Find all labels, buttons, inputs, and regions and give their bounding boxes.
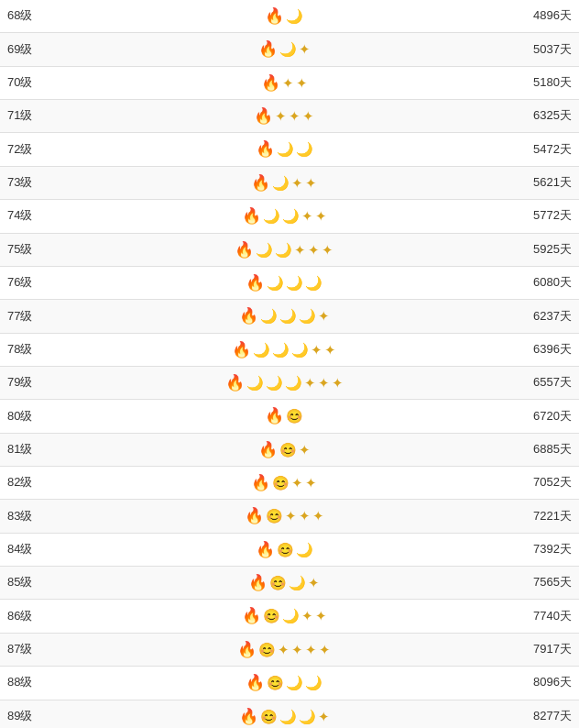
table-row: 69级🔥🌙✦5037天 — [0, 33, 579, 66]
icons-cell: 🔥😊🌙 — [73, 533, 497, 566]
icons-cell: 🔥😊 — [73, 400, 497, 433]
level-cell: 88级 — [0, 667, 73, 700]
table-row: 78级🔥🌙🌙🌙✦✦6396天 — [0, 333, 579, 366]
level-cell: 81级 — [0, 433, 73, 466]
table-row: 71级🔥✦✦✦6325天 — [0, 100, 579, 133]
level-cell: 70级 — [0, 66, 73, 99]
table-row: 72级🔥🌙🌙5472天 — [0, 133, 579, 166]
table-row: 84级🔥😊🌙7392天 — [0, 533, 579, 566]
table-row: 74级🔥🌙🌙✦✦5772天 — [0, 200, 579, 233]
level-cell: 79级 — [0, 366, 73, 399]
table-row: 83级🔥😊✦✦✦7221天 — [0, 500, 579, 533]
level-cell: 85级 — [0, 567, 73, 600]
icons-cell: 🔥🌙✦ — [73, 33, 497, 66]
icons-cell: 🔥😊✦ — [73, 433, 497, 466]
level-cell: 80级 — [0, 400, 73, 433]
table-row: 77级🔥🌙🌙🌙✦6237天 — [0, 300, 579, 333]
level-cell: 83级 — [0, 500, 73, 533]
table-row: 82级🔥😊✦✦7052天 — [0, 467, 579, 500]
icons-cell: 🔥🌙🌙🌙✦✦✦ — [73, 366, 497, 399]
days-cell: 6396天 — [497, 333, 579, 366]
table-row: 80级🔥😊6720天 — [0, 400, 579, 433]
icons-cell: 🔥🌙🌙🌙✦✦ — [73, 333, 497, 366]
level-cell: 87级 — [0, 633, 73, 666]
level-cell: 86级 — [0, 600, 73, 633]
icons-cell: 🔥🌙🌙🌙✦ — [73, 300, 497, 333]
level-cell: 71级 — [0, 100, 73, 133]
level-cell: 74级 — [0, 200, 73, 233]
days-cell: 7221天 — [497, 500, 579, 533]
table-row: 70级🔥✦✦5180天 — [0, 66, 579, 99]
days-cell: 5925天 — [497, 233, 579, 266]
table-row: 88级🔥😊🌙🌙8096天 — [0, 667, 579, 700]
days-cell: 7565天 — [497, 567, 579, 600]
days-cell: 6080天 — [497, 266, 579, 299]
table-row: 68级🔥🌙4896天 — [0, 0, 579, 33]
table-row: 87级🔥😊✦✦✦✦7917天 — [0, 633, 579, 666]
level-cell: 76级 — [0, 266, 73, 299]
days-cell: 5472天 — [497, 133, 579, 166]
level-cell: 75级 — [0, 233, 73, 266]
level-cell: 78级 — [0, 333, 73, 366]
icons-cell: 🔥🌙🌙✦✦✦ — [73, 233, 497, 266]
icons-cell: 🔥🌙🌙 — [73, 133, 497, 166]
days-cell: 6237天 — [497, 300, 579, 333]
days-cell: 6325天 — [497, 100, 579, 133]
days-cell: 6557天 — [497, 366, 579, 399]
days-cell: 6720天 — [497, 400, 579, 433]
days-cell: 7740天 — [497, 600, 579, 633]
table-row: 73级🔥🌙✦✦5621天 — [0, 166, 579, 199]
icons-cell: 🔥😊🌙🌙✦ — [73, 700, 497, 728]
days-cell: 7392天 — [497, 533, 579, 566]
icons-cell: 🔥🌙 — [73, 0, 497, 33]
level-table: 68级🔥🌙4896天69级🔥🌙✦5037天70级🔥✦✦5180天71级🔥✦✦✦6… — [0, 0, 579, 728]
level-cell: 69级 — [0, 33, 73, 66]
table-row: 79级🔥🌙🌙🌙✦✦✦6557天 — [0, 366, 579, 399]
days-cell: 7052天 — [497, 467, 579, 500]
level-cell: 89级 — [0, 700, 73, 728]
table-row: 76级🔥🌙🌙🌙6080天 — [0, 266, 579, 299]
days-cell: 4896天 — [497, 0, 579, 33]
icons-cell: 🔥😊✦✦✦ — [73, 500, 497, 533]
days-cell: 7917天 — [497, 633, 579, 666]
icons-cell: 🔥😊✦✦✦✦ — [73, 633, 497, 666]
icons-cell: 🔥🌙🌙🌙 — [73, 266, 497, 299]
icons-cell: 🔥😊🌙✦✦ — [73, 600, 497, 633]
table-row: 85级🔥😊🌙✦7565天 — [0, 567, 579, 600]
days-cell: 5621天 — [497, 166, 579, 199]
table-row: 75级🔥🌙🌙✦✦✦5925天 — [0, 233, 579, 266]
days-cell: 6885天 — [497, 433, 579, 466]
days-cell: 8277天 — [497, 700, 579, 728]
icons-cell: 🔥😊✦✦ — [73, 467, 497, 500]
level-cell: 84级 — [0, 533, 73, 566]
days-cell: 5037天 — [497, 33, 579, 66]
icons-cell: 🔥🌙🌙✦✦ — [73, 200, 497, 233]
level-cell: 72级 — [0, 133, 73, 166]
icons-cell: 🔥✦✦✦ — [73, 100, 497, 133]
level-cell: 73级 — [0, 166, 73, 199]
icons-cell: 🔥🌙✦✦ — [73, 166, 497, 199]
level-cell: 68级 — [0, 0, 73, 33]
icons-cell: 🔥✦✦ — [73, 66, 497, 99]
days-cell: 5180天 — [497, 66, 579, 99]
days-cell: 8096天 — [497, 667, 579, 700]
days-cell: 5772天 — [497, 200, 579, 233]
table-row: 89级🔥😊🌙🌙✦8277天 — [0, 700, 579, 728]
icons-cell: 🔥😊🌙✦ — [73, 567, 497, 600]
icons-cell: 🔥😊🌙🌙 — [73, 667, 497, 700]
table-row: 81级🔥😊✦6885天 — [0, 433, 579, 466]
table-row: 86级🔥😊🌙✦✦7740天 — [0, 600, 579, 633]
level-cell: 77级 — [0, 300, 73, 333]
level-cell: 82级 — [0, 467, 73, 500]
